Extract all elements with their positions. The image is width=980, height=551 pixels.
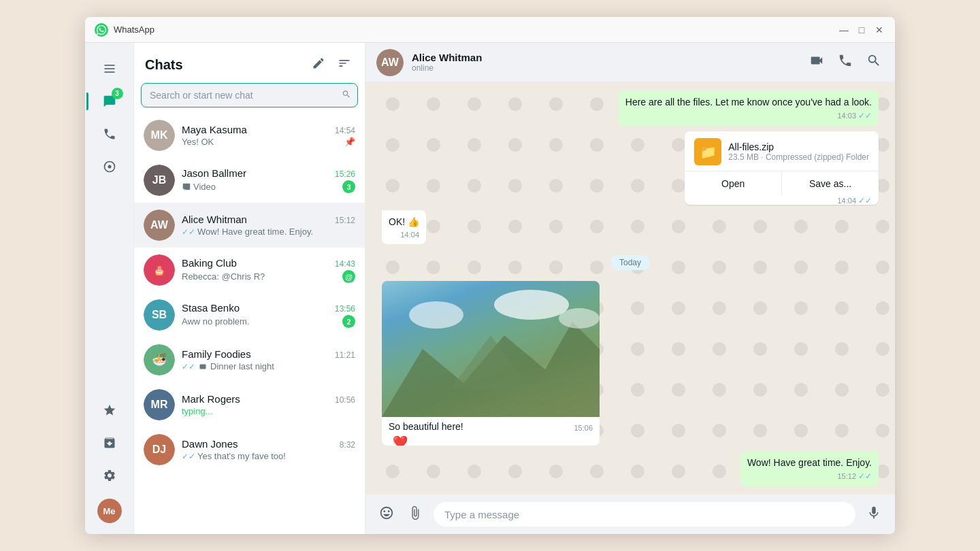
- chat-header-actions: [806, 50, 884, 74]
- chat-preview-mark: typing...: [182, 406, 213, 416]
- search-chat-button[interactable]: [864, 50, 884, 74]
- message-input[interactable]: [434, 502, 855, 527]
- msg-tick-5: ✓✓: [858, 471, 872, 481]
- msg-tick-1: ✓✓: [858, 111, 872, 120]
- chat-time-dawn: 8:32: [340, 440, 355, 450]
- search-bar: [141, 83, 358, 107]
- chat-messages: Here are all the files. Let me know once…: [365, 82, 895, 495]
- video-call-button[interactable]: [806, 50, 827, 74]
- chat-list-title: Chats: [145, 57, 183, 73]
- title-bar: WhatsApp — □ ✕: [85, 17, 895, 43]
- nav-settings[interactable]: [95, 461, 125, 490]
- file-icon: 📁: [694, 138, 721, 165]
- file-actions: Open Save as...: [685, 171, 879, 196]
- avatar-alice: AW: [144, 210, 175, 241]
- chat-header-avatar[interactable]: AW: [376, 49, 404, 76]
- voice-message-button[interactable]: [864, 503, 884, 527]
- chat-item-baking[interactable]: 🎂 Baking Club 14:43 Rebecca: @Chris R? @: [134, 248, 365, 293]
- svg-point-10: [409, 301, 463, 329]
- date-separator: Today: [611, 255, 649, 270]
- avatar-stasa: SB: [144, 299, 175, 331]
- image-caption-row: So beautiful here! 15:06: [382, 417, 600, 435]
- file-time: 14:04: [837, 197, 856, 205]
- chat-preview-baking: Rebecca: @Chris R?: [182, 271, 265, 282]
- chat-time-alice: 15:12: [335, 216, 355, 225]
- chat-item-mark[interactable]: MR Mark Rogers 10:56 typing...: [134, 382, 365, 427]
- file-save-button[interactable]: Save as...: [782, 171, 879, 196]
- file-meta: 23.5 MB · Compressed (zipped) Folder: [728, 152, 869, 162]
- chat-preview-jason: Video: [182, 182, 216, 192]
- search-icon: [342, 90, 351, 101]
- msg-text-5: Wow! Have great time. Enjoy.: [747, 456, 872, 470]
- image-caption: So beautiful here!: [389, 421, 463, 432]
- svg-rect-0: [104, 65, 114, 66]
- avatar-dawn: DJ: [144, 434, 175, 465]
- chat-time-mark: 10:56: [335, 395, 355, 405]
- chat-time-family: 11:21: [335, 350, 355, 360]
- svg-rect-7: [200, 364, 206, 369]
- pin-icon-maya: 📌: [344, 137, 355, 147]
- chat-item-dawn[interactable]: DJ Dawn Jones 8:32 ✓✓ Yes that's my fave…: [134, 427, 365, 472]
- chat-info-mark: Mark Rogers 10:56 typing...: [182, 393, 355, 416]
- attach-button[interactable]: [405, 503, 425, 527]
- chat-item-maya[interactable]: MK Maya Kasuma 14:54 Yes! OK 📌: [134, 113, 365, 158]
- minimize-button[interactable]: —: [838, 24, 850, 36]
- svg-rect-2: [104, 71, 114, 73]
- message-photo: [382, 281, 600, 417]
- chat-item-alice[interactable]: AW Alice Whitman 15:12 ✓✓ Wow! Have grea…: [134, 203, 365, 248]
- chat-time-jason: 15:26: [335, 169, 355, 179]
- svg-marker-6: [183, 188, 191, 190]
- chat-time-stasa: 13:56: [335, 304, 355, 314]
- nav-status[interactable]: [95, 152, 125, 182]
- chat-info-maya: Maya Kasuma 14:54 Yes! OK 📌: [182, 124, 355, 147]
- image-message: So beautiful here! 15:06 ❤️: [382, 281, 600, 446]
- file-name: All-files.zip: [728, 141, 869, 152]
- emoji-button[interactable]: [376, 503, 397, 527]
- chat-name-family: Family Foodies: [182, 348, 251, 360]
- chat-list-header: Chats: [134, 43, 365, 83]
- chat-info-baking: Baking Club 14:43 Rebecca: @Chris R? @: [182, 257, 355, 283]
- message-5: Wow! Have great time. Enjoy. 15:12 ✓✓: [740, 451, 879, 486]
- svg-rect-5: [183, 183, 191, 188]
- file-open-button[interactable]: Open: [685, 171, 782, 196]
- new-chat-button[interactable]: [309, 54, 328, 76]
- chat-name-jason: Jason Ballmer: [182, 167, 246, 179]
- msg-time-1: 14:03: [837, 112, 856, 120]
- avatar-baking: 🎂: [144, 254, 175, 286]
- nav-archived[interactable]: [95, 428, 125, 458]
- msg-time-5: 15:12: [837, 472, 856, 480]
- voice-call-button[interactable]: [835, 50, 855, 74]
- chat-list-panel: Chats: [134, 43, 365, 534]
- chat-input-bar: [365, 495, 895, 534]
- app-logo: [95, 23, 108, 37]
- msg-text-3: OK! 👍: [389, 216, 419, 229]
- message-3: OK! 👍 14:04: [382, 210, 426, 244]
- filter-button[interactable]: [335, 54, 354, 76]
- svg-rect-1: [104, 68, 114, 69]
- chat-contact-status: online: [412, 63, 798, 73]
- chat-preview-maya: Yes! OK: [182, 137, 214, 147]
- image-reaction: ❤️: [387, 434, 413, 446]
- chat-item-stasa[interactable]: SB Stasa Benko 13:56 Aww no problem. 2: [134, 293, 365, 337]
- close-button[interactable]: ✕: [873, 24, 885, 36]
- user-avatar[interactable]: Me: [97, 499, 122, 523]
- search-input[interactable]: [141, 83, 358, 107]
- nav-menu[interactable]: [95, 54, 125, 84]
- chat-preview-alice: ✓✓ Wow! Have great time. Enjoy.: [182, 227, 313, 237]
- maximize-button[interactable]: □: [855, 24, 868, 36]
- mention-badge-baking: @: [342, 270, 355, 283]
- sidebar-nav: 3 Me: [85, 43, 134, 534]
- chat-panel: AW Alice Whitman online: [365, 43, 895, 534]
- chat-item-jason[interactable]: JB Jason Ballmer 15:26 Video 3: [134, 158, 365, 203]
- nav-chats[interactable]: 3: [95, 86, 125, 116]
- msg-time-3: 14:04: [400, 231, 419, 239]
- file-msg-meta: 14:04 ✓✓: [685, 196, 879, 205]
- chat-item-family[interactable]: 🍜 Family Foodies 11:21 ✓✓ Dinner last ni…: [134, 337, 365, 382]
- unread-badge-jason: 3: [342, 180, 355, 193]
- message-1: Here are all the files. Let me know once…: [619, 90, 879, 126]
- nav-calls[interactable]: [95, 119, 125, 149]
- unread-badge-stasa: 2: [342, 315, 355, 328]
- nav-starred[interactable]: [95, 395, 125, 425]
- chat-preview-stasa: Aww no problem.: [182, 316, 249, 327]
- svg-point-11: [494, 290, 569, 320]
